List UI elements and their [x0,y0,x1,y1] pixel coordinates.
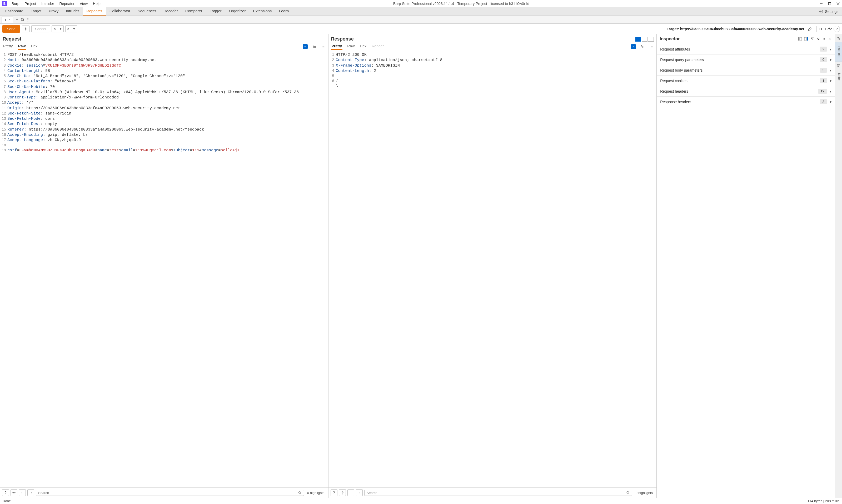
svg-point-12 [299,491,301,493]
inspector-expand-icon[interactable]: ⇱ [809,36,815,41]
protocol-label: HTTP/2 [819,27,832,31]
side-tab-link-icon[interactable] [835,34,842,42]
side-tab-notes-icon[interactable] [835,62,842,70]
newline-toggle-icon[interactable]: \n [312,44,317,49]
menu-burp[interactable]: Burp [9,2,22,6]
request-editor[interactable]: 1POST /feedback/submit HTTP/22Host: 0a36… [0,51,328,487]
menu-repeater[interactable]: Repeater [57,2,77,6]
actions-badge-icon[interactable]: ≡ [303,44,308,49]
inspector-collapse-icon[interactable]: ⇲ [815,36,821,41]
menu-intruder[interactable]: Intruder [39,2,57,6]
edit-target-button[interactable] [806,25,814,32]
help-icon[interactable]: ? [2,489,9,496]
tab-dashboard[interactable]: Dashboard [1,7,27,16]
menu-help[interactable]: Help [90,2,103,6]
view-tab-pretty[interactable]: Pretty [3,43,14,50]
menu-project[interactable]: Project [22,2,39,6]
inspector-section[interactable]: Request query parameters0▾ [657,54,835,65]
svg-point-9 [28,20,28,21]
search-next-icon[interactable]: → [356,489,363,496]
inspector-layout2-icon[interactable] [803,37,809,41]
tab-comparer[interactable]: Comparer [182,7,206,16]
svg-point-22 [837,37,838,38]
view-tab-hex[interactable]: Hex [30,43,38,50]
request-menu-icon[interactable]: ≡ [321,44,325,49]
response-menu-icon[interactable]: ≡ [650,44,654,49]
minimize-button[interactable] [819,2,823,5]
inspector-section-label: Response headers [660,100,820,104]
close-window-button[interactable] [836,2,840,5]
tab-learn[interactable]: Learn [275,7,292,16]
tab-proxy[interactable]: Proxy [45,7,62,16]
svg-line-13 [300,493,301,494]
settings-label: Settings [825,10,838,14]
inspector-close-icon[interactable]: × [827,36,832,41]
view-tab-render[interactable]: Render [371,43,384,50]
kebab-menu-icon[interactable] [28,18,29,22]
repeater-tab-1[interactable]: 1 × [2,17,13,23]
view-tab-hex[interactable]: Hex [359,43,367,50]
inspector-layout1-icon[interactable] [797,37,803,41]
tab-label: 1 [4,18,6,22]
view-tab-raw[interactable]: Raw [347,43,355,50]
tab-extensions[interactable]: Extensions [249,7,275,16]
request-view-tabs: PrettyRawHex ≡ \n ≡ [0,42,328,51]
tab-organizer[interactable]: Organizer [225,7,250,16]
inspector-section[interactable]: Request cookies1▾ [657,75,835,86]
send-button[interactable]: Send [2,25,20,33]
help-button[interactable]: ? [834,26,840,32]
tab-repeater[interactable]: Repeater [83,7,106,16]
svg-line-16 [629,493,630,494]
history-forward-button[interactable]: > [65,25,72,32]
gear-icon[interactable] [11,489,17,496]
history-back-button[interactable]: < [52,25,58,32]
close-tab-icon[interactable]: × [8,18,10,22]
side-tab-notes[interactable]: Notes [835,70,842,85]
tab-collaborator[interactable]: Collaborator [106,7,134,16]
svg-point-14 [342,492,343,493]
tab-logger[interactable]: Logger [206,7,225,16]
history-forward-dropdown[interactable]: ▾ [71,25,77,32]
response-editor[interactable]: 1HTTP/2 200 OK2Content-Type: application… [328,51,657,487]
cancel-button[interactable]: Cancel [31,25,50,32]
request-search-box[interactable] [36,490,304,496]
response-highlights: 0 highlights [634,491,654,495]
svg-point-11 [14,492,15,493]
actions-badge-icon[interactable]: ≡ [631,44,636,49]
layout-combined-button[interactable] [648,37,654,41]
inspector-gear-icon[interactable] [821,37,827,41]
tab-intruder[interactable]: Intruder [62,7,83,16]
response-search-input[interactable] [366,491,626,495]
view-tab-pretty[interactable]: Pretty [331,43,343,50]
inspector-section[interactable]: Request attributes2▾ [657,44,835,54]
content-area: Request PrettyRawHex ≡ \n ≡ 1POST /feedb… [0,34,842,498]
tab-decoder[interactable]: Decoder [160,7,182,16]
menu-view[interactable]: View [77,2,90,6]
gear-icon[interactable] [339,489,346,496]
action-bar: Send Cancel < ▾ > ▾ Target: https://0a36… [0,24,842,34]
add-tab-button[interactable]: + [14,16,20,23]
response-search-box[interactable] [364,490,632,496]
inspector-section[interactable]: Response headers3▾ [657,96,835,107]
search-prev-icon[interactable]: ← [347,489,354,496]
send-options-button[interactable] [22,25,30,32]
inspector-section-count: 1 [820,78,827,83]
tab-target[interactable]: Target [27,7,45,16]
layout-horizontal-button[interactable] [635,37,641,41]
side-tab-inspector[interactable]: Inspector [835,42,842,62]
inspector-section[interactable]: Request body parameters5▾ [657,65,835,75]
tab-sequencer[interactable]: Sequencer [134,7,160,16]
chevron-down-icon: ▾ [830,89,831,93]
view-tab-raw[interactable]: Raw [18,43,26,50]
history-back-dropdown[interactable]: ▾ [58,25,64,32]
search-next-icon[interactable]: → [28,489,34,496]
maximize-button[interactable] [828,2,831,5]
search-prev-icon[interactable]: ← [19,489,26,496]
newline-toggle-icon[interactable]: \n [640,44,645,49]
layout-vertical-button[interactable] [642,37,647,41]
help-icon[interactable]: ? [330,489,337,496]
settings-button[interactable]: Settings [817,8,841,15]
inspector-section[interactable]: Request headers19▾ [657,86,835,96]
request-search-input[interactable] [38,491,298,495]
search-tabs-icon[interactable] [20,18,25,22]
